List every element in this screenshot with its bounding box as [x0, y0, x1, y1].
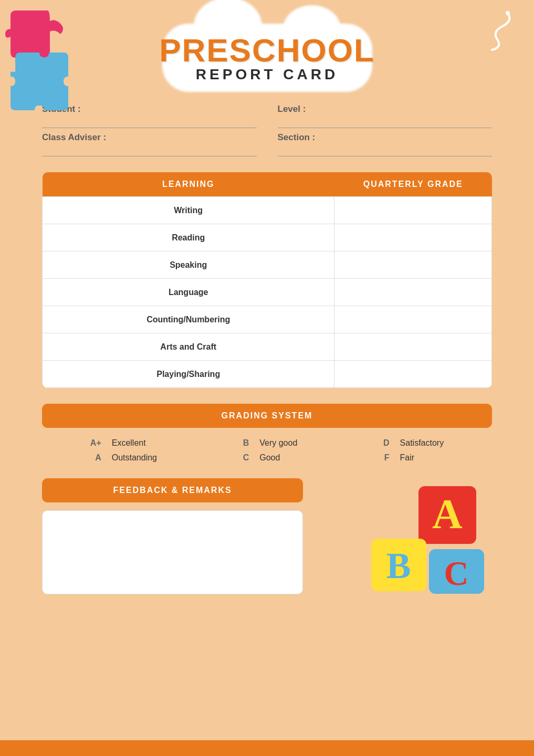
cloud-container: PRESCHOOL REPORT CARD — [159, 32, 375, 83]
svg-text:C: C — [444, 554, 469, 592]
grade-cell[interactable] — [334, 251, 492, 279]
feedback-area: FEEDBACK & REMARKS A B C — [42, 478, 492, 596]
grade-header: QUARTERLY GRADE — [334, 172, 492, 197]
section-label: Section : — [278, 132, 493, 143]
bottom-bar — [0, 740, 534, 756]
grade-cell[interactable] — [334, 361, 492, 388]
grade-description: Very good — [259, 438, 335, 448]
subject-cell: Language — [43, 279, 334, 306]
learning-header: LEARNING — [43, 172, 334, 197]
adviser-label: Class Adviser : — [42, 132, 257, 143]
grade-description: Fair — [400, 453, 481, 463]
subject-cell: Reading — [43, 224, 334, 251]
grading-grid: A+ExcellentBVery goodDSatisfactoryAOutst… — [42, 438, 492, 463]
grade-cell[interactable] — [334, 306, 492, 333]
subject-cell: Writing — [43, 197, 334, 224]
subject-cell: Arts and Craft — [43, 333, 334, 361]
grade-letter: D — [345, 438, 389, 448]
feedback-header: FEEDBACK & REMARKS — [42, 478, 303, 502]
student-field-row: Student : — [42, 104, 257, 128]
feedback-textarea[interactable] — [42, 510, 303, 594]
grades-table: LEARNING QUARTERLY GRADE Writing Reading… — [42, 172, 492, 388]
title-report: REPORT CARD — [196, 66, 338, 83]
level-label: Level : — [278, 104, 493, 114]
adviser-input[interactable] — [42, 144, 257, 156]
student-label: Student : — [42, 104, 257, 114]
table-row: Counting/Numbering — [43, 306, 492, 333]
grade-cell[interactable] — [334, 224, 492, 251]
table-row: Arts and Craft — [43, 333, 492, 361]
svg-text:B: B — [386, 545, 411, 586]
header-area: PRESCHOOL REPORT CARD — [0, 0, 534, 83]
student-input[interactable] — [42, 116, 257, 128]
subject-cell: Speaking — [43, 251, 334, 279]
level-field-row: Level : — [278, 104, 493, 128]
main-content: Student : Level : Class Adviser : Sectio… — [42, 104, 492, 596]
subject-cell: Counting/Numbering — [43, 306, 334, 333]
level-input[interactable] — [278, 116, 493, 128]
table-row: Language — [43, 279, 492, 306]
grade-description: Good — [259, 453, 335, 463]
table-row: Writing — [43, 197, 492, 224]
abc-blocks-icon: A B C — [366, 481, 492, 596]
page: PRESCHOOL REPORT CARD Student : Level : … — [0, 0, 534, 756]
section-field-row: Section : — [278, 132, 493, 156]
grade-cell[interactable] — [334, 197, 492, 224]
grade-description: Outstanding — [112, 453, 195, 463]
grade-description: Excellent — [112, 438, 195, 448]
student-info-section: Student : Level : Class Adviser : Sectio… — [42, 104, 492, 156]
grade-letter: C — [205, 453, 249, 463]
table-row: Speaking — [43, 251, 492, 279]
grade-letter: B — [205, 438, 249, 448]
adviser-field-row: Class Adviser : — [42, 132, 257, 156]
table-row: Reading — [43, 224, 492, 251]
grade-cell[interactable] — [334, 279, 492, 306]
grading-system-header: GRADING SYSTEM — [42, 404, 492, 428]
subject-cell: Playing/Sharing — [43, 361, 334, 388]
grade-letter: A — [53, 453, 101, 463]
grade-cell[interactable] — [334, 333, 492, 361]
title-preschool: PRESCHOOL — [159, 32, 375, 69]
grade-letter: F — [345, 453, 389, 463]
grade-letter: A+ — [53, 438, 101, 448]
svg-text:A: A — [432, 491, 463, 537]
table-row: Playing/Sharing — [43, 361, 492, 388]
grade-description: Satisfactory — [400, 438, 481, 448]
section-input[interactable] — [278, 144, 493, 156]
